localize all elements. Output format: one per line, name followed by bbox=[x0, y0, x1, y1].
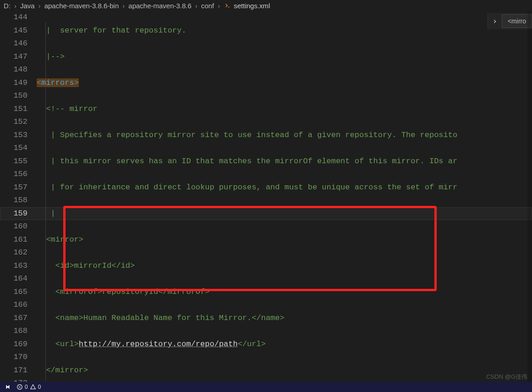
remote-indicator[interactable] bbox=[5, 384, 11, 390]
chevron-right-icon: › bbox=[217, 2, 221, 10]
line-number: 156 bbox=[0, 168, 27, 181]
line-number: 171 bbox=[0, 364, 27, 377]
line-number: 161 bbox=[0, 233, 27, 247]
warning-icon bbox=[30, 384, 36, 390]
code-text: |--> bbox=[37, 52, 65, 61]
chevron-right-icon: › bbox=[121, 2, 126, 10]
line-number: 169 bbox=[0, 338, 27, 351]
breadcrumb-item[interactable]: conf bbox=[201, 2, 214, 10]
line-number: 164 bbox=[0, 272, 27, 286]
code-text: <mirror> bbox=[37, 235, 83, 244]
tag-mirrors: mirrors bbox=[41, 78, 74, 87]
code-text: | server for that repository. bbox=[37, 26, 186, 35]
line-number: 151 bbox=[0, 103, 27, 116]
code-url: http://my.repository.com/repo/path bbox=[79, 340, 238, 348]
xml-file-icon bbox=[224, 2, 231, 9]
line-number: 144 bbox=[0, 11, 27, 24]
code-content[interactable]: | server for that repository. |--> <mirr… bbox=[37, 11, 532, 381]
code-editor[interactable]: 144 145 146 147 148 149 150 151 152 153 … bbox=[0, 11, 532, 381]
error-icon bbox=[16, 384, 23, 390]
code-text: <url> bbox=[37, 340, 79, 348]
line-number: 154 bbox=[0, 142, 27, 155]
line-number: 167 bbox=[0, 312, 27, 325]
breadcrumb-item[interactable]: apache-maven-3.8.6 bbox=[128, 2, 192, 10]
line-number: 146 bbox=[0, 37, 27, 50]
line-number: 147 bbox=[0, 50, 27, 64]
status-bar: 0 0 bbox=[0, 382, 532, 392]
line-number: 149 bbox=[0, 77, 27, 90]
line-number: 150 bbox=[0, 89, 27, 103]
breadcrumb-item[interactable]: apache-maven-3.8.6-bin bbox=[44, 2, 119, 10]
code-text: | for inheritance and direct lookup purp… bbox=[37, 183, 457, 192]
line-number: 148 bbox=[0, 63, 27, 77]
code-text: <name>Human Readable Name for this Mirro… bbox=[37, 314, 285, 322]
line-number: 168 bbox=[0, 325, 27, 338]
code-text: <mirrorOf>repositoryId</mirrorOf> bbox=[37, 287, 209, 296]
code-text: <id>mirrorId</id> bbox=[37, 261, 135, 270]
breadcrumb: D: › Java › apache-maven-3.8.6-bin › apa… bbox=[0, 0, 532, 11]
code-text: <!-- mirror bbox=[37, 105, 98, 113]
chevron-right-icon: › bbox=[38, 2, 42, 10]
watermark: CSDN @G佳伟 bbox=[486, 373, 527, 381]
line-number: 158 bbox=[0, 194, 27, 207]
line-number: 163 bbox=[0, 259, 27, 273]
chevron-right-icon: › bbox=[13, 2, 17, 10]
problems-indicator[interactable]: 0 0 bbox=[16, 384, 41, 390]
remote-icon bbox=[5, 384, 11, 390]
breadcrumb-file[interactable]: settings.xml bbox=[234, 2, 270, 10]
warning-count: 0 bbox=[38, 384, 41, 390]
breadcrumb-root[interactable]: D: bbox=[4, 2, 11, 10]
line-number: 160 bbox=[0, 220, 27, 233]
code-text: </url> bbox=[238, 340, 266, 348]
line-number: 170 bbox=[0, 351, 27, 364]
breadcrumb-item[interactable]: Java bbox=[20, 2, 35, 10]
error-count: 0 bbox=[25, 384, 28, 390]
line-number: 155 bbox=[0, 155, 27, 168]
line-number: 157 bbox=[0, 181, 27, 194]
code-text: | bbox=[37, 209, 55, 218]
line-number: 152 bbox=[0, 116, 27, 129]
line-number: 165 bbox=[0, 286, 27, 299]
minimap[interactable] bbox=[527, 11, 532, 382]
chevron-right-icon: › bbox=[194, 2, 198, 10]
code-text: | this mirror serves has an ID that matc… bbox=[37, 157, 457, 166]
code-text: </mirror> bbox=[37, 366, 88, 375]
line-number: 153 bbox=[0, 129, 27, 142]
line-number: 145 bbox=[0, 24, 27, 38]
line-number: 166 bbox=[0, 298, 27, 312]
line-number: 162 bbox=[0, 246, 27, 259]
line-number-gutter: 144 145 146 147 148 149 150 151 152 153 … bbox=[0, 11, 37, 381]
code-text: | Specifies a repository mirror site to … bbox=[37, 131, 457, 139]
